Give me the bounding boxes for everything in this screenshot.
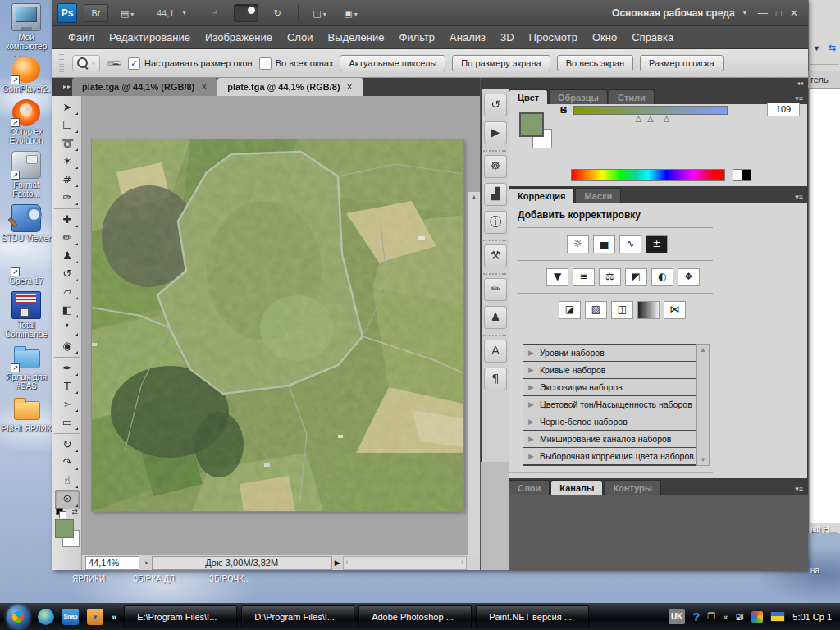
- preset-row[interactable]: ▶ Цветовой тон/Насыщенность наборов: [523, 396, 697, 413]
- info-panel-icon[interactable]: ⓘ: [484, 211, 507, 234]
- preset-row[interactable]: ▶ Кривые наборов: [523, 362, 697, 379]
- hue-saturation-icon[interactable]: ≡: [573, 268, 595, 286]
- presets-scrollbar[interactable]: ▲▼: [696, 344, 710, 466]
- shape-tool[interactable]: ▭: [56, 413, 79, 431]
- minimize-button[interactable]: —: [758, 7, 768, 19]
- scroll-left-icon[interactable]: ‹: [346, 558, 349, 566]
- dropdown-icon[interactable]: ▼: [813, 44, 820, 52]
- current-tool-icon[interactable]: ▾: [72, 55, 100, 71]
- gradient-tool[interactable]: ◧: [56, 301, 79, 319]
- panel-tab[interactable]: Маски: [575, 188, 621, 203]
- panel-tab[interactable]: Стили: [609, 89, 655, 104]
- navigator-panel-icon[interactable]: ☸: [484, 155, 507, 178]
- help-tray-icon[interactable]: ?: [692, 609, 700, 623]
- start-button[interactable]: [7, 605, 30, 628]
- move-tool[interactable]: ➤: [56, 98, 79, 116]
- tray-collapse-chevron[interactable]: «: [723, 612, 728, 622]
- panel-tab[interactable]: Образцы: [549, 89, 608, 104]
- background-window-tab[interactable]: гель: [808, 71, 840, 89]
- expand-triangle-icon[interactable]: ▶: [528, 383, 534, 391]
- levels-icon[interactable]: ▅: [593, 235, 615, 253]
- restore-button[interactable]: □: [776, 7, 782, 19]
- panel-menu-icon[interactable]: ▾≡: [790, 485, 808, 495]
- desktop-bottom-label[interactable]: ЗБІРКА ДЛ...: [133, 574, 181, 583]
- crop-tool[interactable]: #: [56, 171, 79, 189]
- doc-tab-plate-1[interactable]: plate.tga @ 44,1% (RGB/8) ×: [72, 78, 217, 96]
- desktop-icon-my-computer[interactable]: Мой компьютер: [0, 3, 52, 51]
- foreground-color-swatch[interactable]: [519, 112, 544, 137]
- checkbox-unchecked-icon[interactable]: [259, 57, 272, 70]
- actions-panel-icon[interactable]: ▶: [484, 121, 507, 144]
- menu-item[interactable]: Слои: [280, 28, 321, 47]
- gradient-map-icon[interactable]: [637, 301, 660, 319]
- swap-colors-icon[interactable]: ⇄: [71, 508, 78, 516]
- dock-collapse-chevron[interactable]: ◂◂: [797, 80, 803, 87]
- character-panel-icon[interactable]: A: [484, 340, 507, 363]
- default-colors-icon[interactable]: [56, 508, 67, 518]
- preset-row[interactable]: ▶ Микширование каналов наборов: [523, 431, 697, 448]
- workspace-caret-icon[interactable]: ▾: [743, 9, 746, 16]
- taskbar-clock[interactable]: 5:01 Ср 1: [792, 612, 832, 622]
- full-screen-button[interactable]: Во весь экран: [557, 55, 633, 71]
- scroll-right-icon[interactable]: ›: [461, 558, 463, 566]
- zoom-caret-icon[interactable]: ▾: [182, 9, 185, 16]
- preset-row[interactable]: ▶ Уровни наборов: [523, 345, 697, 362]
- expand-triangle-icon[interactable]: ▶: [528, 418, 534, 426]
- tab-close-icon[interactable]: ×: [347, 81, 353, 93]
- menu-item[interactable]: 3D: [493, 28, 522, 47]
- network-tray-icon[interactable]: 🖳: [735, 612, 744, 622]
- expand-triangle-icon[interactable]: ▶: [528, 366, 534, 374]
- scroll-up-icon[interactable]: ▲: [471, 194, 477, 201]
- desktop-bottom-label[interactable]: ЗБІРОЧК...: [209, 574, 250, 583]
- panel-tab[interactable]: Контуры: [604, 480, 661, 495]
- color-app-tray-icon[interactable]: [751, 611, 763, 623]
- fit-screen-button[interactable]: По размеру экрана: [452, 55, 550, 71]
- dodge-tool[interactable]: ◉: [56, 337, 79, 355]
- menu-item[interactable]: Фильтр: [391, 28, 442, 47]
- preset-row[interactable]: ▶ Экспозиция наборов: [523, 379, 697, 396]
- grip-handle[interactable]: [59, 54, 64, 72]
- zoom-tool-button[interactable]: [234, 4, 258, 22]
- status-zoom-field[interactable]: 44,14%: [85, 556, 139, 570]
- exposure-icon[interactable]: ±: [646, 235, 668, 253]
- checkbox-checked-icon[interactable]: ✓: [128, 57, 140, 70]
- snap-quicklaunch-icon[interactable]: Snap: [62, 609, 79, 625]
- invert-icon[interactable]: ◪: [559, 301, 581, 319]
- menu-item[interactable]: Анализ: [442, 28, 493, 47]
- menu-item[interactable]: Изображение: [198, 28, 280, 47]
- orbit-3d-tool[interactable]: ↷: [56, 454, 79, 472]
- foreground-color-swatch[interactable]: [55, 519, 74, 538]
- expand-triangle-icon[interactable]: ▶: [528, 400, 534, 409]
- status-doc-size[interactable]: Док: 3,00M/3,82M: [152, 556, 332, 570]
- show-desktop-tray-icon[interactable]: ❐: [707, 611, 715, 622]
- downloader-quicklaunch-icon[interactable]: [87, 609, 103, 625]
- preset-row[interactable]: ▶ Черно-белое наборов: [523, 413, 697, 431]
- screen-mode-button[interactable]: ▣▾: [338, 4, 363, 22]
- clone-source-panel-icon[interactable]: ♟: [484, 306, 507, 329]
- quicklaunch-overflow-chevron[interactable]: »: [112, 612, 116, 622]
- vertical-scrollbar[interactable]: ▲▼: [468, 192, 480, 555]
- black-white-icon[interactable]: ◩: [625, 268, 647, 286]
- task-explorer-d[interactable]: D:\Program Files\I...: [241, 605, 354, 628]
- desktop-icon-complex-evolution[interactable]: Complex Evolution: [0, 99, 52, 145]
- blur-tool[interactable]: ❜: [56, 319, 79, 337]
- desktop-icon-rizni-folder[interactable]: РІЗНІ ЯРЛИК: [0, 396, 52, 433]
- hand-tool-button[interactable]: ☝: [203, 4, 227, 22]
- ukraine-flag-icon[interactable]: [770, 611, 785, 622]
- magic-wand-tool[interactable]: ✶: [56, 153, 79, 171]
- zoom-level-value[interactable]: 44,1: [157, 8, 174, 18]
- desktop-bottom-label[interactable]: ЯРЛИКИ: [72, 574, 105, 583]
- posterize-icon[interactable]: ▨: [585, 301, 607, 319]
- brush-tool[interactable]: ✏: [56, 229, 79, 247]
- actual-pixels-button[interactable]: Актуальные пикселы: [340, 55, 445, 71]
- brightness-contrast-icon[interactable]: ☼: [567, 235, 589, 253]
- menu-item[interactable]: Файл: [61, 28, 102, 47]
- hand-tool[interactable]: ☝: [56, 472, 79, 490]
- preset-row[interactable]: ▶ Выборочная коррекция цвета наборов: [523, 448, 697, 465]
- path-select-tool[interactable]: ➣: [56, 395, 79, 413]
- panel-tab[interactable]: Каналы: [550, 480, 603, 495]
- desktop-icon-opera[interactable]: Opera 17: [0, 249, 52, 285]
- task-explorer-e[interactable]: E:\Program Files\I...: [124, 605, 237, 628]
- menu-item[interactable]: Выделение: [321, 28, 392, 47]
- eraser-tool[interactable]: ▱: [56, 283, 79, 301]
